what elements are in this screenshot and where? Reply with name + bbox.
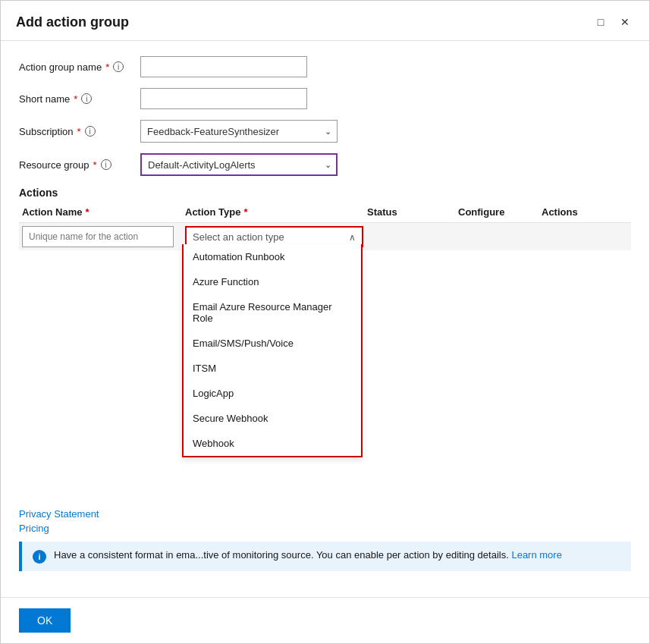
short-name-info-icon[interactable]: i xyxy=(81,93,92,104)
dropdown-item-secure-webhook[interactable]: Secure Webhook xyxy=(184,406,361,431)
learn-more-link[interactable]: Learn more xyxy=(511,549,561,561)
dropdown-item-email-sms[interactable]: Email/SMS/Push/Voice xyxy=(184,331,361,356)
dialog-controls: □ ✕ xyxy=(592,13,634,31)
info-banner: i Have a consistent format in ema...tive… xyxy=(19,542,631,571)
minimize-button[interactable]: □ xyxy=(592,13,610,31)
dropdown-item-itsm[interactable]: ITSM xyxy=(184,356,361,381)
action-group-name-row: Action group name * i xyxy=(19,56,631,77)
dropdown-item-logicapp[interactable]: LogicApp xyxy=(184,381,361,406)
actions-cell xyxy=(539,223,614,229)
dialog-title: Add action group xyxy=(16,14,129,30)
dropdown-item-email-azure-resource[interactable]: Email Azure Resource Manager Role xyxy=(184,294,361,331)
required-indicator: * xyxy=(105,61,109,73)
required-indicator-2: * xyxy=(74,93,77,105)
action-group-name-label: Action group name * i xyxy=(19,61,140,73)
actions-table-row: Select an action type Automation Runbook… xyxy=(19,223,631,250)
resource-group-row: Resource group * i Default-ActivityLogAl… xyxy=(19,153,631,176)
column-status: Status xyxy=(364,206,455,218)
subscription-label: Subscription * i xyxy=(19,126,140,137)
configure-cell xyxy=(455,223,539,229)
dropdown-item-automation-runbook[interactable]: Automation Runbook xyxy=(184,244,361,269)
action-type-required: * xyxy=(243,206,247,218)
dropdown-item-azure-function[interactable]: Azure Function xyxy=(184,269,361,294)
column-action-name: Action Name * xyxy=(19,206,182,218)
add-action-group-dialog: Add action group □ ✕ Action group name *… xyxy=(0,0,650,644)
resource-group-select-wrapper: Default-ActivityLogAlerts ⌄ xyxy=(140,153,338,176)
close-button[interactable]: ✕ xyxy=(616,13,634,31)
status-cell xyxy=(364,223,455,229)
subscription-select-wrapper: Feedback-FeatureSynthesizer ⌄ xyxy=(140,120,338,143)
action-name-required: * xyxy=(85,206,89,218)
short-name-row: Short name * i xyxy=(19,88,631,109)
subscription-select[interactable]: Feedback-FeatureSynthesizer xyxy=(140,120,338,143)
links-section: Privacy Statement Pricing xyxy=(19,508,631,534)
column-action-type: Action Type * xyxy=(182,206,364,218)
required-indicator-3: * xyxy=(77,126,81,137)
actions-table-header: Action Name * Action Type * Status Confi… xyxy=(19,206,631,223)
dropdown-item-webhook[interactable]: Webhook xyxy=(184,431,361,456)
dialog-footer: OK xyxy=(1,597,649,643)
dialog-header: Add action group □ ✕ xyxy=(1,1,649,41)
required-indicator-4: * xyxy=(93,159,97,171)
ok-button[interactable]: OK xyxy=(19,608,71,633)
action-type-cell: Select an action type Automation Runbook… xyxy=(182,223,364,250)
subscription-row: Subscription * i Feedback-FeatureSynthes… xyxy=(19,120,631,143)
pricing-link[interactable]: Pricing xyxy=(19,523,631,534)
short-name-input[interactable] xyxy=(140,88,307,109)
subscription-info-icon[interactable]: i xyxy=(85,126,96,137)
resource-group-info-icon[interactable]: i xyxy=(101,159,111,170)
action-name-input[interactable] xyxy=(22,226,174,247)
info-banner-text: Have a consistent format in ema...tive o… xyxy=(54,549,562,561)
column-configure: Configure xyxy=(455,206,539,218)
action-group-name-info-icon[interactable]: i xyxy=(113,61,124,72)
dialog-body: Action group name * i Short name * i Sub… xyxy=(1,41,649,597)
action-type-placeholder: Select an action type xyxy=(193,231,284,243)
info-banner-icon: i xyxy=(33,550,46,564)
short-name-label: Short name * i xyxy=(19,93,140,105)
privacy-statement-link[interactable]: Privacy Statement xyxy=(19,508,631,520)
resource-group-label: Resource group * i xyxy=(19,159,140,171)
action-type-chevron-up-icon xyxy=(349,231,356,243)
actions-section-title: Actions xyxy=(19,187,631,199)
action-name-cell xyxy=(19,223,182,250)
column-actions: Actions xyxy=(539,206,614,218)
action-group-name-input[interactable] xyxy=(140,56,307,77)
action-type-dropdown: Automation Runbook Azure Function Email … xyxy=(182,244,363,457)
resource-group-select[interactable]: Default-ActivityLogAlerts xyxy=(140,153,338,176)
